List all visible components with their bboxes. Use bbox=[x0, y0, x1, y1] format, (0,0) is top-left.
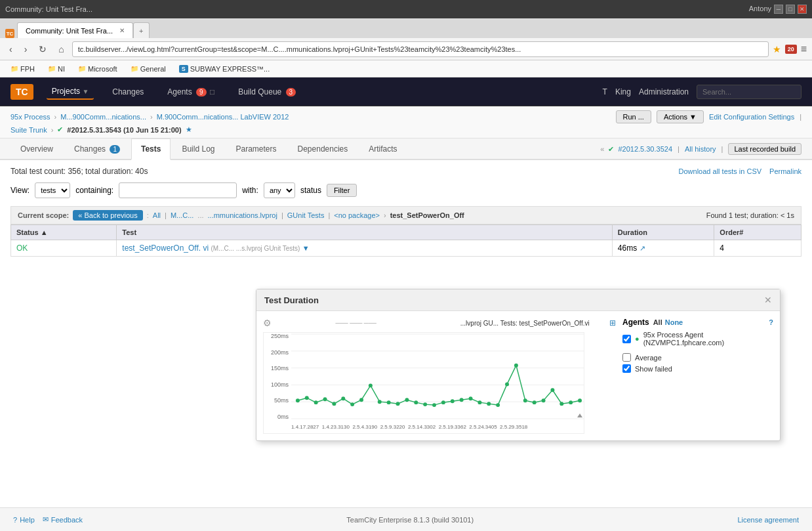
browser-tab-empty[interactable]: + bbox=[133, 22, 149, 38]
bc-suite-trunk[interactable]: Suite Trunk bbox=[10, 126, 47, 134]
filter-button[interactable]: Filter bbox=[327, 184, 357, 197]
tab-close-icon[interactable]: ✕ bbox=[119, 27, 125, 34]
tab-right-sep-2: | bbox=[721, 145, 723, 153]
back-nav-button[interactable]: ‹ bbox=[5, 42, 16, 56]
y-label-250: 250ms bbox=[271, 333, 289, 339]
agent-name: 95x Process Agent (NZVMPC1.fphcare.com) bbox=[643, 331, 773, 347]
bookmark-fph[interactable]: 📁 FPH bbox=[5, 64, 40, 74]
col-header-duration[interactable]: Duration bbox=[612, 225, 714, 240]
svg-point-8 bbox=[314, 400, 318, 404]
bc-m900-link[interactable]: M...900Comm...nications... bbox=[60, 113, 146, 121]
agents-links: All None bbox=[653, 318, 683, 326]
col-header-order[interactable]: Order# bbox=[714, 225, 802, 240]
star-icon[interactable]: ★ bbox=[186, 125, 192, 134]
minimize-button[interactable]: ─ bbox=[774, 5, 783, 14]
browser-menu-icon[interactable]: ≡ bbox=[801, 43, 807, 55]
average-checkbox[interactable] bbox=[622, 353, 631, 362]
containing-input[interactable] bbox=[119, 182, 237, 198]
agents-all-link[interactable]: All bbox=[653, 318, 662, 326]
tab-changes[interactable]: Changes 1 bbox=[64, 138, 130, 159]
agents-none-link[interactable]: None bbox=[665, 318, 683, 326]
bookmark-label: FPH bbox=[20, 65, 35, 73]
forward-nav-button[interactable]: › bbox=[20, 42, 31, 56]
browser-title-text: Community: Unit Test Fra... bbox=[5, 5, 92, 13]
browser-tab-active[interactable]: Community: Unit Test Fra... ✕ bbox=[17, 22, 133, 38]
bookmark-general[interactable]: 📁 General bbox=[125, 64, 171, 74]
bookmark-subway[interactable]: S SUBWAY EXPRESS™... bbox=[174, 64, 275, 74]
modal-close-icon[interactable]: ✕ bbox=[764, 295, 772, 305]
agents-help-icon[interactable]: ? bbox=[769, 318, 773, 326]
scope-no-package-link[interactable]: <no package> bbox=[334, 211, 380, 219]
tab-tests[interactable]: Tests bbox=[131, 138, 171, 160]
bc-sep-1: › bbox=[54, 113, 57, 121]
svg-point-9 bbox=[323, 397, 327, 401]
test-arrow-icon[interactable]: ▼ bbox=[302, 244, 310, 252]
prev-build-icon[interactable]: « bbox=[600, 145, 604, 153]
scope-path2-link[interactable]: ...mmunications.lvproj bbox=[208, 211, 277, 219]
feedback-link[interactable]: ✉ Feedback bbox=[43, 515, 83, 524]
tab-overview[interactable]: Overview bbox=[10, 138, 63, 159]
tc-logo: TC bbox=[10, 84, 33, 100]
bookmark-ni[interactable]: 📁 NI bbox=[43, 64, 70, 74]
url-input[interactable] bbox=[72, 41, 769, 57]
bc-95x-process[interactable]: 95x Process bbox=[10, 113, 51, 121]
license-link[interactable]: License agreement bbox=[737, 516, 799, 524]
svg-point-13 bbox=[359, 398, 363, 402]
col-header-status[interactable]: Status ▲ bbox=[11, 225, 117, 240]
permalink-link[interactable]: Permalink bbox=[769, 167, 802, 175]
help-link[interactable]: ? Help bbox=[13, 516, 35, 524]
nav-projects[interactable]: Projects ▼ bbox=[47, 84, 94, 100]
run-button[interactable]: Run ... bbox=[616, 110, 651, 123]
bookmark-microsoft[interactable]: 📁 Microsoft bbox=[73, 64, 123, 74]
svg-point-18 bbox=[405, 398, 409, 402]
tab-dependencies[interactable]: Dependencies bbox=[288, 138, 358, 159]
actions-button[interactable]: Actions ▼ bbox=[657, 110, 704, 123]
chart-area bbox=[291, 333, 584, 420]
chart-settings-icon[interactable]: ⚙ bbox=[263, 318, 272, 328]
prev-build-link[interactable]: #2012.5.30.3524 bbox=[618, 145, 672, 153]
test-name-link[interactable]: test_SetPowerOn_Off. vi bbox=[122, 244, 209, 253]
show-failed-checkbox[interactable] bbox=[622, 364, 631, 373]
row-duration: 46ms ↗ bbox=[612, 240, 714, 257]
scope-path1-link[interactable]: M...C... bbox=[171, 211, 193, 219]
administration-link[interactable]: Administration bbox=[639, 87, 689, 96]
average-label: Average bbox=[635, 354, 662, 362]
view-select[interactable]: tests bbox=[35, 182, 70, 198]
svg-point-20 bbox=[423, 402, 427, 406]
nav-build-queue[interactable]: Build Queue 3 bbox=[233, 85, 301, 99]
status-label: status bbox=[300, 186, 321, 195]
download-csv-link[interactable]: Download all tests in CSV bbox=[679, 167, 762, 175]
back-to-previous-button[interactable]: « Back to previous bbox=[73, 210, 143, 221]
option-average: Average bbox=[622, 353, 773, 362]
status-select[interactable]: any bbox=[264, 182, 295, 198]
chart-x-axis: 1.4.17.2827 1.4.23.3130 2.5.4.3190 2.5.9… bbox=[291, 420, 584, 433]
chart-export-icon[interactable]: ⊞ bbox=[609, 318, 616, 328]
bc-labview-link[interactable]: M.900Comm...nications... LabVIEW 2012 bbox=[157, 113, 289, 121]
close-button[interactable]: ✕ bbox=[798, 5, 807, 14]
svg-point-35 bbox=[559, 402, 563, 406]
king-link[interactable]: King bbox=[615, 87, 631, 96]
bookmark-label: General bbox=[140, 65, 166, 73]
header-search-input[interactable] bbox=[697, 85, 802, 99]
nav-agents[interactable]: Agents 9 □ bbox=[162, 85, 220, 99]
extension-icon[interactable]: 20 bbox=[785, 45, 797, 54]
bookmark-star-icon[interactable]: ★ bbox=[773, 44, 781, 54]
duration-chart-icon[interactable]: ↗ bbox=[639, 244, 645, 252]
tab-artifacts[interactable]: Artifacts bbox=[359, 138, 407, 159]
scope-all-link[interactable]: All bbox=[153, 211, 161, 219]
last-recorded-button[interactable]: Last recorded build bbox=[728, 143, 802, 155]
home-button[interactable]: ⌂ bbox=[54, 42, 68, 56]
tab-parameters[interactable]: Parameters bbox=[226, 138, 286, 159]
col-header-test[interactable]: Test bbox=[117, 225, 613, 240]
scope-gunit-link[interactable]: GUnit Tests bbox=[287, 211, 325, 219]
agent-checkbox[interactable] bbox=[622, 335, 631, 343]
t-user-link[interactable]: T bbox=[603, 87, 607, 96]
tab-build-log[interactable]: Build Log bbox=[172, 138, 224, 159]
nav-changes[interactable]: Changes bbox=[107, 85, 149, 99]
tests-table: Status ▲ Test Duration Order# OK test_Se… bbox=[10, 224, 802, 257]
svg-point-36 bbox=[569, 400, 573, 404]
maximize-button[interactable]: □ bbox=[786, 5, 795, 14]
all-history-link[interactable]: All history bbox=[685, 145, 716, 153]
reload-button[interactable]: ↻ bbox=[35, 42, 51, 56]
edit-config-link[interactable]: Edit Configuration Settings bbox=[709, 113, 794, 121]
